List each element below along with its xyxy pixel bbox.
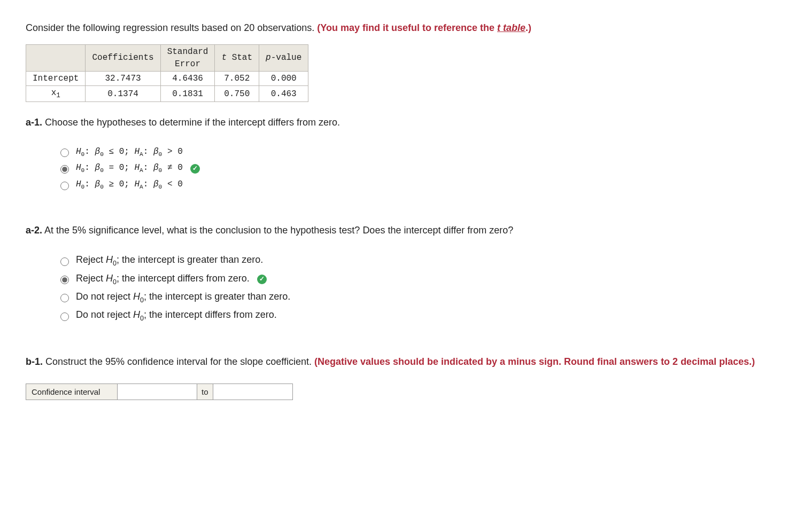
- question-number: a-2.: [26, 225, 42, 236]
- option-label: Do not reject H0; the intercept is great…: [76, 290, 290, 305]
- question-text: At the 5% significance level, what is th…: [42, 225, 513, 236]
- option-label: H0: β0 = 0; HA: β0 ≠ 0: [76, 162, 183, 175]
- option-label: Reject H0; the intercept differs from ze…: [76, 272, 250, 287]
- ci-high-cell: [213, 384, 292, 400]
- a2-option: Reject H0; the intercept is greater than…: [58, 253, 763, 268]
- question-intro: Consider the following regression result…: [26, 21, 763, 35]
- cell-coef: 0.1374: [86, 86, 160, 102]
- ci-low-input[interactable]: [123, 386, 191, 397]
- a1-options: H0: β0 ≤ 0; HA: β0 > 0H0: β0 = 0; HA: β0…: [58, 146, 763, 192]
- cell-p: 0.000: [259, 71, 308, 85]
- col-standard-error: StandardError: [160, 45, 215, 72]
- ci-label: Confidence interval: [26, 384, 118, 400]
- a1-option: H0: β0 ≥ 0; HA: β0 < 0: [58, 178, 763, 192]
- col-p-value: p-value: [259, 45, 308, 72]
- table-row: x1 0.1374 0.1831 0.750 0.463: [26, 86, 308, 102]
- a1-option: H0: β0 = 0; HA: β0 ≠ 0✓: [58, 162, 763, 175]
- cell-t: 7.052: [215, 71, 259, 85]
- radio-option[interactable]: [60, 182, 69, 190]
- question-number: b-1.: [26, 356, 43, 367]
- t-table-link[interactable]: t table: [497, 22, 525, 33]
- question-a2: a-2. At the 5% significance level, what …: [26, 224, 763, 237]
- question-b1: b-1. Construct the 95% confidence interv…: [26, 355, 763, 369]
- a2-option: Reject H0; the intercept differs from ze…: [58, 272, 763, 287]
- option-label: H0: β0 ≤ 0; HA: β0 > 0: [76, 146, 183, 159]
- confidence-interval-input: Confidence interval to: [26, 384, 293, 400]
- cell-p: 0.463: [259, 86, 308, 102]
- col-blank: [26, 45, 86, 72]
- col-coefficients: Coefficients: [86, 45, 160, 72]
- radio-option[interactable]: [60, 257, 69, 266]
- radio-option[interactable]: [60, 294, 69, 302]
- question-text: Choose the hypotheses to determine if th…: [42, 117, 340, 128]
- cell-se: 4.6436: [160, 71, 215, 85]
- a2-options: Reject H0; the intercept is greater than…: [58, 253, 763, 323]
- intro-hint: (You may find it useful to reference the…: [317, 22, 531, 33]
- ci-separator: to: [197, 384, 213, 400]
- option-label: H0: β0 ≥ 0; HA: β0 < 0: [76, 178, 183, 192]
- ci-low-cell: [118, 384, 197, 400]
- intro-text: Consider the following regression result…: [26, 22, 317, 33]
- cell-coef: 32.7473: [86, 71, 160, 85]
- question-text: Construct the 95% confidence interval fo…: [43, 356, 314, 367]
- question-a1: a-1. Choose the hypotheses to determine …: [26, 116, 763, 129]
- a2-option: Do not reject H0; the intercept is great…: [58, 290, 763, 305]
- correct-check-icon: ✓: [257, 275, 267, 284]
- radio-option[interactable]: [60, 276, 69, 284]
- b1-hint: (Negative values should be indicated by …: [314, 356, 755, 367]
- a2-option: Do not reject H0; the intercept differs …: [58, 308, 763, 323]
- a1-option: H0: β0 ≤ 0; HA: β0 > 0: [58, 146, 763, 159]
- radio-option[interactable]: [60, 148, 69, 157]
- radio-option[interactable]: [60, 312, 69, 321]
- option-label: Reject H0; the intercept is greater than…: [76, 253, 263, 268]
- row-label: x1: [26, 86, 86, 102]
- correct-check-icon: ✓: [190, 164, 200, 174]
- row-label: Intercept: [26, 71, 86, 85]
- regression-table: Coefficients StandardError t Stat p-valu…: [26, 44, 308, 102]
- radio-option[interactable]: [60, 165, 69, 174]
- question-number: a-1.: [26, 117, 42, 128]
- option-label: Do not reject H0; the intercept differs …: [76, 308, 277, 323]
- cell-t: 0.750: [215, 86, 259, 102]
- col-t-stat: t Stat: [215, 45, 259, 72]
- cell-se: 0.1831: [160, 86, 215, 102]
- table-row: Intercept 32.7473 4.6436 7.052 0.000: [26, 71, 308, 85]
- ci-high-input[interactable]: [219, 386, 287, 397]
